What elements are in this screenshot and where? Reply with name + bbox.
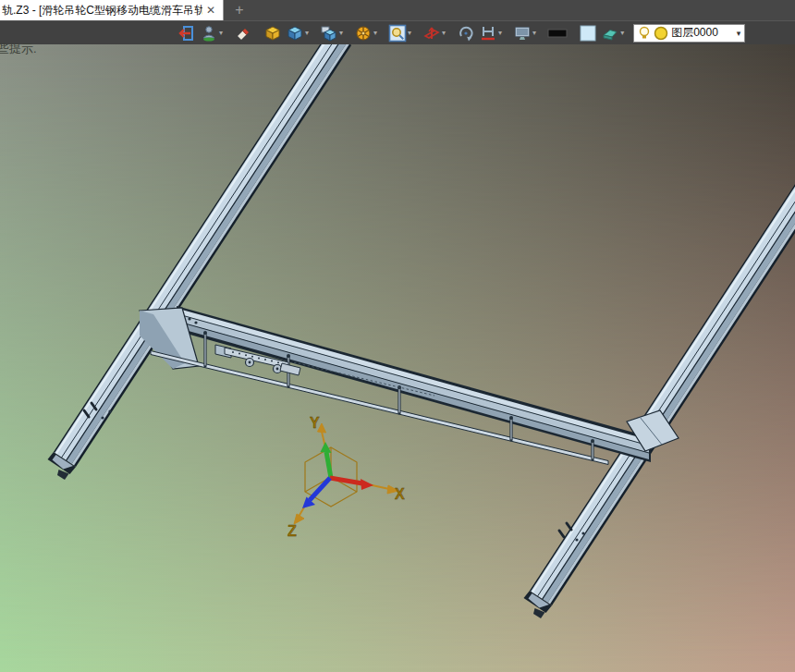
- chevron-down-icon[interactable]: ▾: [219, 29, 223, 37]
- display-settings-icon[interactable]: ▾: [511, 22, 538, 44]
- black-color-swatch[interactable]: [545, 22, 569, 44]
- exit-icon[interactable]: [176, 22, 198, 44]
- tab-close-icon[interactable]: ✕: [202, 5, 219, 16]
- chevron-down-icon[interactable]: ▾: [408, 29, 411, 37]
- eraser-icon[interactable]: [232, 22, 254, 44]
- document-tab-title: 轨.Z3 - [滑轮吊轮C型钢移动电缆滑车吊轨]: [2, 3, 202, 18]
- user-profile-icon[interactable]: ▾: [198, 22, 225, 44]
- section-view-icon[interactable]: ▾: [477, 22, 504, 44]
- layer-color-icon: [654, 26, 668, 41]
- background-color-swatch[interactable]: [577, 22, 599, 44]
- zoom-icon[interactable]: ▾: [386, 22, 413, 44]
- rail-left[interactable]: [48, 44, 352, 480]
- chevron-down-icon[interactable]: ▾: [373, 29, 377, 37]
- chevron-down-icon[interactable]: ▾: [737, 29, 741, 38]
- main-toolbar: ▾ ▾ ▾ ▾ ▾ ▾ ▾ ▾: [0, 20, 795, 44]
- model-canvas[interactable]: Y X Z: [0, 44, 795, 672]
- chevron-down-icon[interactable]: ▾: [305, 29, 309, 37]
- chevron-down-icon[interactable]: ▾: [339, 29, 343, 37]
- new-tab-button[interactable]: +: [224, 0, 255, 20]
- 3d-viewport[interactable]: 些提示.: [0, 44, 795, 672]
- color-wheel-icon[interactable]: ▾: [352, 22, 379, 44]
- box-icon[interactable]: [262, 22, 284, 44]
- layer-selector[interactable]: 图层0000 ▾: [633, 24, 745, 43]
- axis-extensions: [294, 423, 398, 524]
- view-mode-icon[interactable]: ▾: [318, 22, 345, 44]
- chevron-down-icon[interactable]: ▾: [620, 29, 624, 37]
- axis-label-z: Z: [287, 523, 297, 539]
- datum-plane-icon[interactable]: ▾: [421, 22, 447, 44]
- viewport-hint-text: 些提示.: [0, 41, 37, 57]
- cross-member[interactable]: [140, 306, 679, 462]
- chevron-down-icon[interactable]: ▾: [442, 29, 446, 37]
- axis-label-y: Y: [310, 415, 320, 431]
- layer-selector-value: 图层0000: [671, 25, 718, 41]
- axis-triad[interactable]: Y X Z: [287, 415, 405, 539]
- lightbulb-icon: [638, 26, 651, 41]
- chevron-down-icon[interactable]: ▾: [532, 29, 536, 37]
- axis-label-x: X: [395, 486, 405, 502]
- tab-bar: 轨.Z3 - [滑轮吊轮C型钢移动电缆滑车吊轨] ✕ +: [0, 0, 795, 20]
- chevron-down-icon[interactable]: ▾: [498, 29, 502, 37]
- erase-3d-icon[interactable]: ▾: [599, 22, 626, 44]
- document-tab[interactable]: 轨.Z3 - [滑轮吊轮C型钢移动电缆滑车吊轨] ✕: [0, 0, 224, 20]
- rotate-view-icon[interactable]: [455, 22, 477, 44]
- cube-display-icon[interactable]: ▾: [284, 22, 311, 44]
- rail-right[interactable]: [524, 173, 795, 618]
